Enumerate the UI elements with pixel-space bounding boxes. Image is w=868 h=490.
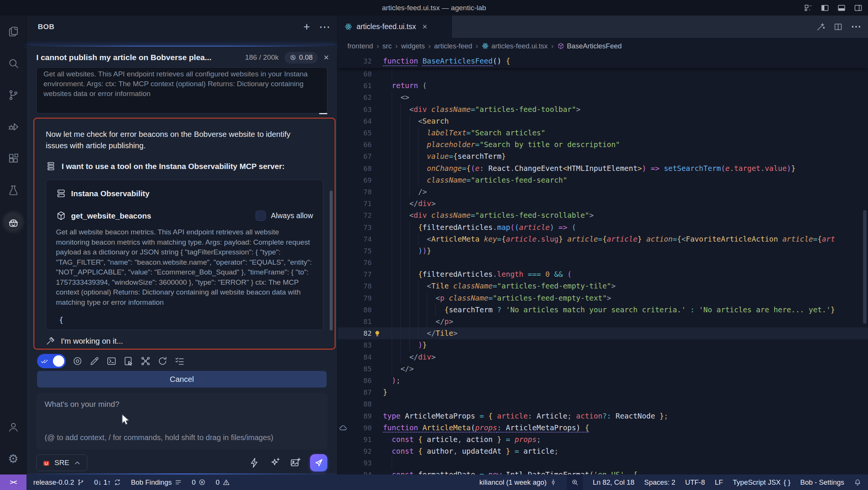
code-line[interactable]: 74 <ArticleMeta key={article.slug} artic… — [338, 233, 868, 245]
code-line[interactable]: 83 )} — [338, 339, 868, 351]
tasks-icon[interactable] — [174, 356, 185, 366]
toggle-sidebar-right-icon[interactable] — [854, 3, 863, 12]
code-line[interactable]: 88 — [338, 398, 868, 410]
code-line[interactable]: 90function ArticleMeta(props: ArticleMet… — [338, 422, 868, 434]
status-cursor-position[interactable]: Ln 82, Col 18 — [593, 474, 634, 490]
quick-action-icon[interactable] — [249, 457, 260, 468]
new-chat-icon[interactable]: + — [303, 21, 310, 33]
code-line[interactable]: 80 {searchTerm ? 'No articles match your… — [338, 304, 868, 316]
activity-bob-assistant[interactable] — [0, 206, 26, 238]
auto-approve-toggle[interactable] — [37, 354, 66, 368]
code-line[interactable]: 73 {filteredArticles.map((article) => ( — [338, 221, 868, 233]
code-line[interactable]: 69 className="articles-feed-search" — [338, 174, 868, 186]
code-line[interactable]: 75 ))} — [338, 245, 868, 257]
code-line[interactable]: 89type ArticleMetaProps = { article: Art… — [338, 410, 868, 422]
session-title[interactable]: I cannot publish my article on Bobverse … — [36, 53, 211, 62]
code-line[interactable]: 81 </p> — [338, 316, 868, 327]
status-zoom-indicator[interactable] — [567, 474, 583, 490]
status-language-mode[interactable]: TypeScript JSX{ } — [733, 474, 790, 490]
activity-extensions[interactable] — [0, 143, 26, 174]
code-line[interactable]: 66 placeholder="Search by title or descr… — [338, 139, 868, 150]
tab-articles-feed[interactable]: articles-feed.ui.tsx × — [338, 16, 452, 38]
status-problems-warnings[interactable]: 0 — [215, 478, 229, 487]
status-eol[interactable]: LF — [715, 474, 723, 490]
code-line[interactable]: 94 const formattedDate = new Intl.DateTi… — [338, 469, 868, 474]
terminal-icon[interactable] — [106, 356, 117, 366]
code-line[interactable]: 82 </Tile> — [338, 327, 868, 339]
activity-accounts[interactable] — [0, 411, 26, 443]
code-line[interactable]: 77 {filteredArticles.length === 0 && ( — [338, 268, 868, 280]
activity-source-control[interactable] — [0, 79, 26, 111]
code-line[interactable]: 60 — [338, 68, 868, 80]
activity-explorer[interactable] — [0, 16, 26, 47]
status-bob-settings[interactable]: Bob - Settings — [800, 474, 844, 490]
code-line[interactable]: 64 <Search — [338, 115, 868, 127]
export-icon[interactable] — [123, 356, 134, 366]
send-button[interactable] — [310, 454, 327, 471]
code-line[interactable]: 62 <> — [338, 91, 868, 103]
close-session-icon[interactable]: × — [324, 53, 329, 62]
mode-selector[interactable]: SRE — [36, 454, 87, 471]
code-line[interactable]: 84 </div> — [338, 351, 868, 363]
tab-close-icon[interactable]: × — [422, 23, 427, 31]
more-options-icon[interactable]: ⋯ — [319, 21, 330, 33]
chat-input[interactable]: What's on your mind? (@ to add context, … — [36, 393, 327, 450]
status-sync-changes[interactable]: 0↓ 1↑ — [94, 478, 121, 487]
inline-edit-icon[interactable] — [816, 22, 825, 31]
cancel-button[interactable]: Cancel — [37, 371, 327, 388]
status-indentation[interactable]: Spaces: 2 — [644, 474, 675, 490]
code-line[interactable]: 93 — [338, 457, 868, 469]
status-git-commit-info[interactable]: kiliancol (1 week ago) — [479, 474, 557, 490]
edit-icon[interactable] — [89, 356, 100, 366]
code-line[interactable]: 70 /> — [338, 186, 868, 198]
breadcrumb-item[interactable]: articles-feed — [434, 42, 472, 50]
split-editor-icon[interactable] — [834, 22, 843, 31]
code-line[interactable]: 78 <Tile className="articles-feed-empty-… — [338, 280, 868, 292]
code-line[interactable]: 86 ); — [338, 375, 868, 386]
retry-icon[interactable] — [157, 356, 168, 366]
status-notifications-icon[interactable] — [854, 474, 861, 490]
breadcrumb-item[interactable]: articles-feed.ui.tsx — [482, 42, 548, 50]
editor-scrollbar[interactable] — [863, 210, 866, 324]
code-line[interactable]: 65 labelText="Search articles" — [338, 127, 868, 139]
breadcrumb-item[interactable]: src — [383, 42, 392, 50]
enhance-prompt-icon[interactable] — [269, 457, 281, 468]
toggle-panel-icon[interactable] — [837, 3, 846, 12]
code-line[interactable]: 85 </> — [338, 363, 868, 375]
editor-more-icon[interactable]: ⋯ — [851, 22, 861, 32]
previous-tool-message[interactable]: Get all websites. This API endpoint retr… — [36, 67, 327, 113]
status-remote-indicator[interactable]: >< — [0, 474, 26, 490]
status-git-branch[interactable]: release-0.0.2 — [33, 478, 84, 487]
sticky-scroll-line[interactable]: 32function BaseArticlesFeed() { — [338, 54, 868, 68]
code-line[interactable]: 92 const { author, updatedAt } = article… — [338, 445, 868, 457]
activity-run-debug[interactable] — [0, 111, 26, 143]
lightbulb-icon[interactable] — [372, 329, 383, 338]
breadcrumb-item[interactable]: widgets — [401, 42, 425, 50]
sticky-code-line[interactable]: 32function BaseArticlesFeed() { — [338, 54, 868, 68]
status-encoding[interactable]: UTF-8 — [685, 474, 705, 490]
status-problems-errors[interactable]: 0 — [192, 478, 206, 487]
breadcrumb-item[interactable]: frontend — [347, 42, 373, 50]
attach-image-icon[interactable] — [290, 457, 301, 468]
chat-scrollbar[interactable] — [330, 191, 333, 330]
always-allow-checkbox[interactable] — [256, 211, 266, 221]
agents-icon[interactable] — [140, 356, 151, 366]
code-line[interactable]: 72 <div className="articles-feed-scrolla… — [338, 209, 868, 221]
code-line[interactable]: 67 value={searchTerm} — [338, 150, 868, 162]
toggle-sidebar-left-icon[interactable] — [820, 3, 829, 12]
activity-testing[interactable] — [0, 174, 26, 206]
layout-customize-icon[interactable] — [804, 3, 813, 12]
code-line[interactable]: 76 — [338, 257, 868, 268]
status-bob-findings[interactable]: Bob Findings — [131, 478, 182, 487]
breadcrumb-item[interactable]: BaseArticlesFeed — [557, 42, 622, 50]
code-line[interactable]: 63 <div className="articles-feed-toolbar… — [338, 104, 868, 115]
code-line[interactable]: 87} — [338, 386, 868, 398]
collapse-handle[interactable] — [319, 113, 327, 114]
focus-icon[interactable] — [72, 356, 83, 366]
code-line[interactable]: 71 </div> — [338, 198, 868, 209]
code-line[interactable]: 91 const { article, action } = props; — [338, 434, 868, 445]
code-line[interactable]: 68 onChange={(e: React.ChangeEvent<HTMLI… — [338, 163, 868, 174]
code-line[interactable]: 61 return ( — [338, 80, 868, 91]
code-line[interactable]: 79 <p className="articles-feed-empty-tex… — [338, 292, 868, 304]
activity-search[interactable] — [0, 47, 26, 79]
